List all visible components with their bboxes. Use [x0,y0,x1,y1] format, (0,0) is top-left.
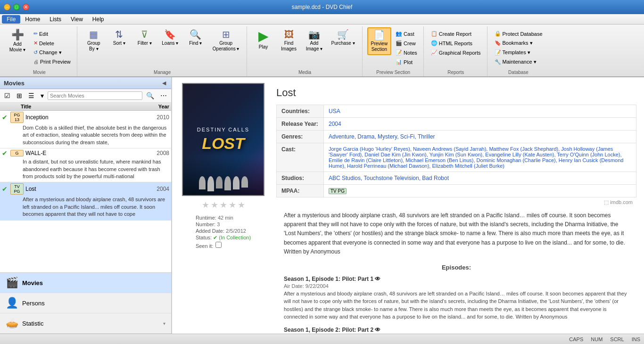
episode-2-title-text: Season 1, Episode 2: Pilot: Part 2 [284,327,373,333]
ribbon-group-manage: ▦ GroupBy ▾ ⇅ Sort ▾ ⊽ Filter ▾ 🔖 Loans … [78,26,247,76]
html-reports-icon: 🌐 [431,40,438,46]
reports-group-label: Reports [429,69,483,76]
episode-1-eye-icon[interactable]: 👁 [375,276,380,282]
delete-icon: ✕ [33,40,38,46]
cast-label: Cast: [277,143,324,172]
protect-database-button[interactable]: 🔒 Protect Database [492,29,545,38]
group-by-button[interactable]: ▦ GroupBy ▾ [82,27,106,54]
movie-check-walle: ✔ [2,149,10,157]
search-icon[interactable]: 🔍 [144,90,157,101]
change-button[interactable]: ↺ Change ▾ [31,48,73,57]
episodes-section: Episodes: Season 1, Episode 1: Pilot: Pa… [276,260,636,334]
star-2[interactable]: ★ [211,200,218,210]
menu-lists[interactable]: Lists [45,15,66,24]
crew-button[interactable]: 🎬 Crew [393,39,420,48]
sidebar-toggle-button[interactable]: ◄ [161,79,167,87]
seen-checkbox[interactable] [215,242,222,248]
preview-section-button[interactable]: 📄 PreviewSection [367,27,392,55]
close-button[interactable]: ✕ [23,4,29,10]
movie-row-walle: ✔ G WALL-E 2008 [0,148,171,158]
change-label: Change ▾ [39,49,62,56]
movie-year-walle: 2008 [148,150,169,156]
menu-file[interactable]: File [2,15,20,24]
title-bar: ─ □ ✕ sample.dcd - DVD Chief [0,0,644,14]
countries-link[interactable]: USA [329,108,340,115]
list-item[interactable]: ✔ PG 13 Inception 2010 Dom Cobb is a ski… [0,111,171,148]
protect-icon: 🔒 [495,31,501,37]
grid-view-icon[interactable]: ⊞ [14,90,25,101]
list-view-icon[interactable]: ☑ [2,90,13,101]
star-5[interactable]: ★ [238,200,245,210]
group-operations-button[interactable]: ⊞ GroupOperations ▾ [209,27,243,54]
print-preview-button[interactable]: 🖨 Print Preview [31,57,73,66]
window-title: sample.dcd - DVD Chief [292,4,353,10]
view-options-icon[interactable]: ▾ [38,90,46,101]
graphical-reports-button[interactable]: 📈 Graphical Reports [429,48,483,57]
sort-button[interactable]: ⇅ Sort ▾ [107,27,131,49]
episode-2-title: Season 1, Episode 2: Pilot: Part 2 👁 [284,327,629,333]
list-col-year: Year [146,104,169,109]
nav-statistic[interactable]: 🥧 Statistic ▾ [0,313,171,334]
detail-panel: Lost Countries: USA Release Year: 2004 G… [276,83,636,334]
delete-button[interactable]: ✕ Delete [31,39,73,48]
delete-label: Delete [39,41,54,46]
add-movie-button[interactable]: ➕ AddMovie ▾ [6,27,29,55]
cast-link[interactable]: Jorge Garcia (Hugo 'Hurley' Reyes), Nave… [329,146,623,169]
studios-link[interactable]: ABC Studios, Touchstone Television, Bad … [329,175,449,181]
release-link[interactable]: 2004 [329,121,341,127]
notes-button[interactable]: 📝 Notes [393,48,420,57]
play-button[interactable]: ▶ Play [252,27,275,52]
list-item[interactable]: ✔ G WALL-E 2008 In a distant, but not so… [0,148,171,182]
preview-section-icon: 📄 [373,30,385,40]
mpaa-value: TV PG [324,185,636,197]
episode-1-title-text: Season 1, Episode 1: Pilot: Part 1 [284,276,373,282]
added-label: Added Date: [196,228,226,234]
star-1[interactable]: ★ [202,200,209,210]
menu-help[interactable]: Help [88,15,109,24]
runtime-value: 42 min [218,215,233,221]
search-input[interactable] [48,91,142,100]
loans-button[interactable]: 🔖 Loans ▾ [158,27,182,49]
add-image-button[interactable]: 📷 AddImage ▾ [303,27,326,54]
cast-button[interactable]: 👥 Cast [393,29,420,38]
release-value: 2004 [324,118,636,131]
find-images-button[interactable]: 🖼 FindImages [277,27,301,54]
star-4[interactable]: ★ [229,200,236,210]
meta-added: Added Date: 2/5/2012 [196,228,251,234]
templates-button[interactable]: 📝 Templates ▾ [492,48,545,57]
reports-buttons: 📋 Create Report 🌐 HTML Reports 📈 Graphic… [429,27,483,57]
movie-rating-inception: PG 13 [10,112,24,123]
table-row: Cast: Jorge Garcia (Hugo 'Hurley' Reyes)… [277,143,636,172]
bookmarks-button[interactable]: 🔖 Bookmarks ▾ [492,39,545,48]
maximize-button[interactable]: □ [13,4,20,10]
status-label: Status: [196,235,213,240]
poster-subtitle: DESTINY CALLS [197,127,249,132]
episode-2-eye-icon[interactable]: 👁 [375,327,380,333]
filter-button[interactable]: ⊽ Filter ▾ [133,27,157,49]
html-reports-button[interactable]: 🌐 HTML Reports [429,39,483,48]
episode-1-title: Season 1, Episode 1: Pilot: Part 1 👁 [284,276,629,282]
movie-title-walle: WALL-E [24,150,148,156]
details-view-icon[interactable]: ☰ [26,90,37,101]
star-3[interactable]: ★ [220,200,227,210]
find-button[interactable]: 🔍 Find ▾ [184,27,207,49]
plot-label: Plot [404,59,413,65]
menu-home[interactable]: Home [20,15,45,24]
star-rating[interactable]: ★ ★ ★ ★ ★ [202,200,245,210]
ins-indicator: INS [632,336,640,342]
nav-movies[interactable]: 🎬 Movies [0,273,171,293]
edit-button[interactable]: ✏ Edit [31,29,73,38]
list-item[interactable]: ✔ TV PG Lost 2004 After a mysterious and… [0,182,171,220]
imdb-link[interactable]: ⬚ imdb.com [604,199,633,205]
minimize-button[interactable]: ─ [4,4,10,10]
ribbon-group-reports: 📋 Create Report 🌐 HTML Reports 📈 Graphic… [425,26,487,76]
genres-link[interactable]: Adventure, Drama, Mystery, Sci-Fi, Thril… [329,133,435,140]
purchase-button[interactable]: 🛒 Purchase ▾ [328,27,358,49]
nav-persons[interactable]: 👤 Persons [0,293,171,313]
more-options-icon[interactable]: ⋯ [158,90,169,101]
create-report-button[interactable]: 📋 Create Report [429,29,483,38]
plot-button[interactable]: 📊 Plot [393,57,420,66]
menu-view[interactable]: View [66,15,88,24]
maintenance-button[interactable]: 🔧 Maintenance ▾ [492,57,545,66]
statistic-nav-icon: 🥧 [6,317,18,329]
